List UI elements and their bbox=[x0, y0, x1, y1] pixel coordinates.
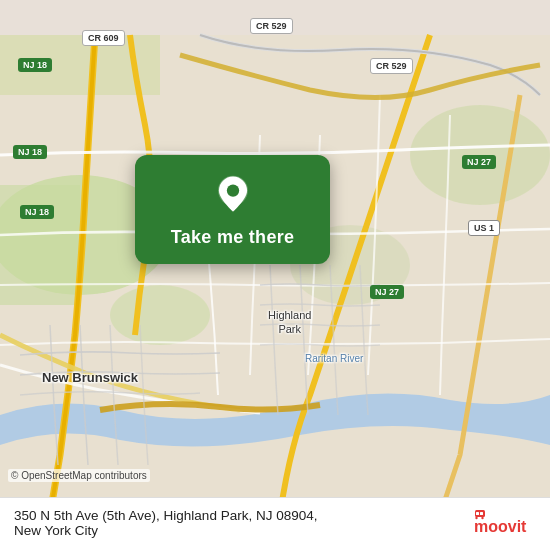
svg-text:moovit: moovit bbox=[474, 518, 527, 535]
nj18-badge-lower: NJ 18 bbox=[20, 205, 54, 219]
nj18-badge-top: NJ 18 bbox=[18, 58, 52, 72]
location-pin-icon bbox=[211, 173, 255, 217]
address-line2: New York City bbox=[14, 523, 464, 538]
moovit-logo: moovit bbox=[474, 510, 536, 540]
svg-point-8 bbox=[226, 184, 238, 196]
svg-rect-12 bbox=[480, 512, 483, 515]
nj27-lower-badge: NJ 27 bbox=[370, 285, 404, 299]
location-card: Take me there bbox=[135, 155, 330, 264]
osm-attribution: © OpenStreetMap contributors bbox=[8, 469, 150, 482]
nj18-badge-mid: NJ 18 bbox=[13, 145, 47, 159]
svg-point-13 bbox=[475, 517, 477, 519]
us1-badge: US 1 bbox=[468, 220, 500, 236]
take-me-there-button[interactable]: Take me there bbox=[171, 227, 295, 248]
bottom-bar: 350 N 5th Ave (5th Ave), Highland Park, … bbox=[0, 497, 550, 550]
svg-rect-11 bbox=[476, 512, 479, 515]
address-block: 350 N 5th Ave (5th Ave), Highland Park, … bbox=[14, 508, 464, 538]
cr529-top-badge: CR 529 bbox=[250, 18, 293, 34]
svg-point-3 bbox=[110, 285, 210, 345]
map-container: NJ 18 NJ 18 NJ 18 CR 609 CR 529 CR 529 N… bbox=[0, 0, 550, 550]
cr529-right-badge: CR 529 bbox=[370, 58, 413, 74]
nj27-right-badge: NJ 27 bbox=[462, 155, 496, 169]
svg-point-14 bbox=[481, 517, 483, 519]
cr609-badge: CR 609 bbox=[82, 30, 125, 46]
address-line1: 350 N 5th Ave (5th Ave), Highland Park, … bbox=[14, 508, 464, 523]
svg-rect-2 bbox=[0, 185, 80, 305]
